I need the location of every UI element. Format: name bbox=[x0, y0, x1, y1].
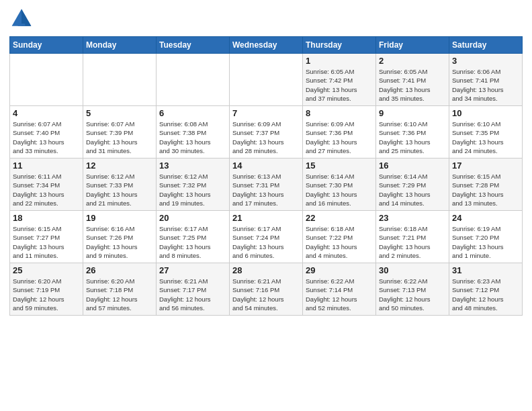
calendar-cell: 23Sunrise: 6:18 AM Sunset: 7:21 PM Dayli… bbox=[376, 211, 449, 263]
calendar-cell: 25Sunrise: 6:20 AM Sunset: 7:19 PM Dayli… bbox=[10, 263, 83, 316]
day-info: Sunrise: 6:22 AM Sunset: 7:13 PM Dayligh… bbox=[379, 277, 446, 312]
calendar-cell: 22Sunrise: 6:18 AM Sunset: 7:22 PM Dayli… bbox=[303, 211, 376, 263]
calendar-cell: 7Sunrise: 6:09 AM Sunset: 7:37 PM Daylig… bbox=[230, 106, 303, 158]
day-number: 24 bbox=[452, 213, 519, 223]
day-number: 21 bbox=[232, 213, 300, 223]
day-info: Sunrise: 6:09 AM Sunset: 7:36 PM Dayligh… bbox=[306, 120, 373, 155]
day-number: 23 bbox=[379, 213, 446, 223]
calendar-cell: 8Sunrise: 6:09 AM Sunset: 7:36 PM Daylig… bbox=[303, 106, 376, 158]
day-number: 8 bbox=[306, 108, 373, 118]
day-info: Sunrise: 6:05 AM Sunset: 7:42 PM Dayligh… bbox=[306, 67, 373, 103]
day-number: 12 bbox=[86, 161, 153, 171]
calendar-table: SundayMondayTuesdayWednesdayThursdayFrid… bbox=[9, 36, 523, 316]
day-number: 31 bbox=[452, 265, 519, 275]
day-info: Sunrise: 6:15 AM Sunset: 7:27 PM Dayligh… bbox=[13, 224, 80, 260]
day-info: Sunrise: 6:21 AM Sunset: 7:17 PM Dayligh… bbox=[159, 277, 226, 312]
calendar-cell: 16Sunrise: 6:14 AM Sunset: 7:29 PM Dayli… bbox=[376, 158, 449, 211]
day-info: Sunrise: 6:16 AM Sunset: 7:26 PM Dayligh… bbox=[86, 224, 153, 260]
weekday-header-monday: Monday bbox=[83, 37, 157, 54]
day-info: Sunrise: 6:18 AM Sunset: 7:21 PM Dayligh… bbox=[379, 224, 446, 260]
calendar-cell: 29Sunrise: 6:22 AM Sunset: 7:14 PM Dayli… bbox=[303, 263, 376, 316]
calendar-cell: 2Sunrise: 6:05 AM Sunset: 7:41 PM Daylig… bbox=[376, 54, 449, 106]
day-info: Sunrise: 6:10 AM Sunset: 7:35 PM Dayligh… bbox=[452, 120, 519, 155]
calendar-cell: 15Sunrise: 6:14 AM Sunset: 7:30 PM Dayli… bbox=[303, 158, 376, 211]
day-number: 17 bbox=[452, 161, 519, 171]
day-info: Sunrise: 6:06 AM Sunset: 7:41 PM Dayligh… bbox=[452, 67, 519, 103]
weekday-header-sunday: Sunday bbox=[10, 37, 83, 54]
logo-icon bbox=[9, 7, 34, 31]
calendar-cell: 6Sunrise: 6:08 AM Sunset: 7:38 PM Daylig… bbox=[157, 106, 230, 158]
logo bbox=[9, 7, 36, 31]
day-number: 1 bbox=[306, 56, 373, 66]
weekday-header-tuesday: Tuesday bbox=[157, 37, 230, 54]
day-info: Sunrise: 6:07 AM Sunset: 7:40 PM Dayligh… bbox=[13, 120, 80, 155]
day-info: Sunrise: 6:11 AM Sunset: 7:34 PM Dayligh… bbox=[13, 172, 80, 208]
day-info: Sunrise: 6:14 AM Sunset: 7:30 PM Dayligh… bbox=[306, 172, 373, 208]
calendar-body: 1Sunrise: 6:05 AM Sunset: 7:42 PM Daylig… bbox=[10, 54, 523, 316]
day-number: 11 bbox=[13, 161, 80, 171]
weekday-header-friday: Friday bbox=[376, 37, 449, 54]
day-number: 9 bbox=[379, 108, 446, 118]
calendar-week-3: 11Sunrise: 6:11 AM Sunset: 7:34 PM Dayli… bbox=[10, 158, 523, 211]
day-info: Sunrise: 6:14 AM Sunset: 7:29 PM Dayligh… bbox=[379, 172, 446, 208]
day-info: Sunrise: 6:05 AM Sunset: 7:41 PM Dayligh… bbox=[379, 67, 446, 103]
calendar-cell: 3Sunrise: 6:06 AM Sunset: 7:41 PM Daylig… bbox=[449, 54, 523, 106]
calendar-week-5: 25Sunrise: 6:20 AM Sunset: 7:19 PM Dayli… bbox=[10, 263, 523, 316]
day-info: Sunrise: 6:07 AM Sunset: 7:39 PM Dayligh… bbox=[86, 120, 153, 155]
weekday-header-saturday: Saturday bbox=[449, 37, 523, 54]
weekday-header-wednesday: Wednesday bbox=[230, 37, 303, 54]
day-number: 7 bbox=[232, 108, 300, 118]
calendar-cell bbox=[230, 54, 303, 106]
day-info: Sunrise: 6:10 AM Sunset: 7:36 PM Dayligh… bbox=[379, 120, 446, 155]
page-container: SundayMondayTuesdayWednesdayThursdayFrid… bbox=[0, 0, 532, 411]
calendar-cell: 11Sunrise: 6:11 AM Sunset: 7:34 PM Dayli… bbox=[10, 158, 83, 211]
day-number: 6 bbox=[159, 108, 226, 118]
calendar-cell: 14Sunrise: 6:13 AM Sunset: 7:31 PM Dayli… bbox=[230, 158, 303, 211]
weekday-row: SundayMondayTuesdayWednesdayThursdayFrid… bbox=[10, 37, 523, 54]
day-number: 5 bbox=[86, 108, 153, 118]
day-info: Sunrise: 6:19 AM Sunset: 7:20 PM Dayligh… bbox=[452, 224, 519, 260]
svg-rect-2 bbox=[18, 24, 26, 26]
day-number: 15 bbox=[306, 161, 373, 171]
day-number: 4 bbox=[13, 108, 80, 118]
calendar-week-2: 4Sunrise: 6:07 AM Sunset: 7:40 PM Daylig… bbox=[10, 106, 523, 158]
calendar-cell: 13Sunrise: 6:12 AM Sunset: 7:32 PM Dayli… bbox=[157, 158, 230, 211]
calendar-cell bbox=[157, 54, 230, 106]
calendar-cell: 4Sunrise: 6:07 AM Sunset: 7:40 PM Daylig… bbox=[10, 106, 83, 158]
calendar-week-1: 1Sunrise: 6:05 AM Sunset: 7:42 PM Daylig… bbox=[10, 54, 523, 106]
calendar-cell: 17Sunrise: 6:15 AM Sunset: 7:28 PM Dayli… bbox=[449, 158, 523, 211]
day-info: Sunrise: 6:20 AM Sunset: 7:18 PM Dayligh… bbox=[86, 277, 153, 312]
calendar-cell: 12Sunrise: 6:12 AM Sunset: 7:33 PM Dayli… bbox=[83, 158, 157, 211]
calendar-cell bbox=[83, 54, 157, 106]
day-number: 14 bbox=[232, 161, 300, 171]
day-info: Sunrise: 6:15 AM Sunset: 7:28 PM Dayligh… bbox=[452, 172, 519, 208]
day-info: Sunrise: 6:23 AM Sunset: 7:12 PM Dayligh… bbox=[452, 277, 519, 312]
calendar-header: SundayMondayTuesdayWednesdayThursdayFrid… bbox=[10, 37, 523, 54]
day-number: 27 bbox=[159, 265, 226, 275]
day-info: Sunrise: 6:17 AM Sunset: 7:24 PM Dayligh… bbox=[232, 224, 300, 260]
calendar-cell: 26Sunrise: 6:20 AM Sunset: 7:18 PM Dayli… bbox=[83, 263, 157, 316]
day-info: Sunrise: 6:12 AM Sunset: 7:32 PM Dayligh… bbox=[159, 172, 226, 208]
day-number: 18 bbox=[13, 213, 80, 223]
calendar-cell: 20Sunrise: 6:17 AM Sunset: 7:25 PM Dayli… bbox=[157, 211, 230, 263]
day-number: 10 bbox=[452, 108, 519, 118]
day-info: Sunrise: 6:21 AM Sunset: 7:16 PM Dayligh… bbox=[232, 277, 300, 312]
day-number: 22 bbox=[306, 213, 373, 223]
day-number: 26 bbox=[86, 265, 153, 275]
calendar-cell: 31Sunrise: 6:23 AM Sunset: 7:12 PM Dayli… bbox=[449, 263, 523, 316]
day-number: 3 bbox=[452, 56, 519, 66]
calendar-cell: 21Sunrise: 6:17 AM Sunset: 7:24 PM Dayli… bbox=[230, 211, 303, 263]
weekday-header-thursday: Thursday bbox=[303, 37, 376, 54]
day-info: Sunrise: 6:20 AM Sunset: 7:19 PM Dayligh… bbox=[13, 277, 80, 312]
day-number: 30 bbox=[379, 265, 446, 275]
day-number: 29 bbox=[306, 265, 373, 275]
calendar-cell: 9Sunrise: 6:10 AM Sunset: 7:36 PM Daylig… bbox=[376, 106, 449, 158]
calendar-cell: 1Sunrise: 6:05 AM Sunset: 7:42 PM Daylig… bbox=[303, 54, 376, 106]
calendar-cell: 30Sunrise: 6:22 AM Sunset: 7:13 PM Dayli… bbox=[376, 263, 449, 316]
calendar-cell: 24Sunrise: 6:19 AM Sunset: 7:20 PM Dayli… bbox=[449, 211, 523, 263]
calendar-cell: 27Sunrise: 6:21 AM Sunset: 7:17 PM Dayli… bbox=[157, 263, 230, 316]
day-number: 13 bbox=[159, 161, 226, 171]
calendar-cell: 19Sunrise: 6:16 AM Sunset: 7:26 PM Dayli… bbox=[83, 211, 157, 263]
calendar-cell: 10Sunrise: 6:10 AM Sunset: 7:35 PM Dayli… bbox=[449, 106, 523, 158]
svg-marker-1 bbox=[21, 9, 31, 26]
